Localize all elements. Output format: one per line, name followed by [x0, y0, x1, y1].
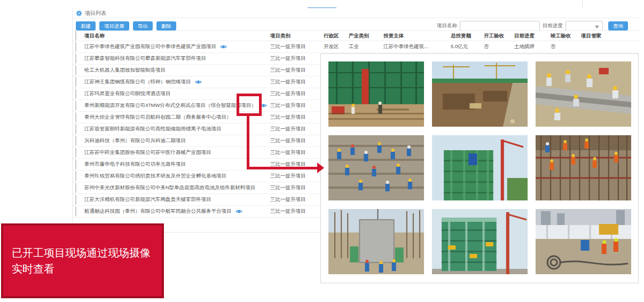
start-check-cell: 否 [484, 43, 514, 50]
view-camera-eye-icon[interactable] [195, 80, 202, 84]
site-photo-9[interactable] [536, 209, 631, 274]
row-checkbox[interactable] [75, 78, 84, 87]
progress-select[interactable] [566, 21, 603, 31]
row-checkbox[interactable] [75, 136, 84, 146]
gear-icon [76, 10, 82, 17]
col-header-manager: 项目管家 [581, 33, 639, 40]
category-cell: 三比一提升项目 [270, 43, 324, 50]
table-row: 江苏中泰绿色建筑产业园有限公司中泰绿色建筑产业园项目 三比一提升项目 开发区 工… [73, 41, 639, 53]
category-cell: 三比一提升项目 [270, 55, 324, 62]
category-cell: 三比一提升项目 [270, 173, 324, 180]
row-checkbox[interactable] [75, 160, 84, 169]
col-header-progress: 目前进度 [514, 33, 551, 40]
view-camera-eye-icon[interactable] [235, 209, 242, 214]
row-checkbox[interactable] [75, 125, 84, 134]
project-name-cell: 兴科迪科技（泰州）有限公司兴科迪二期项目 [84, 137, 270, 144]
select-all-checkbox[interactable] [75, 31, 84, 41]
view-camera-eye-icon[interactable] [220, 44, 227, 49]
progress-label: 目前进度 [543, 22, 563, 29]
progress-button[interactable]: 项目进展 [99, 21, 129, 30]
site-photo-8[interactable] [432, 209, 528, 274]
project-name-cell: 江苏攀森智能科技有限公司攀森新能源汽车零部件项目 [84, 55, 270, 62]
category-cell: 三比一提升项目 [270, 208, 324, 215]
row-checkbox[interactable] [75, 113, 84, 122]
col-header-start-check: 开工验收 [484, 33, 514, 40]
category-cell: 三比一提升项目 [270, 149, 324, 156]
category-cell: 三比一提升项目 [270, 137, 324, 144]
category-cell: 三比一提升项目 [270, 102, 324, 109]
row-checkbox[interactable] [75, 101, 84, 111]
district-cell: 开发区 [324, 43, 349, 50]
amount-cell: 5.0亿元 [451, 43, 484, 50]
table-header-row: 项目名称 项目类别 行政区 产业类别 投资主体 总投资额 开工验收 目前进度 竣… [73, 30, 639, 41]
toolbar: 新建 项目进展 导出 删除 [76, 21, 176, 30]
project-name-input[interactable] [460, 21, 540, 31]
create-button[interactable]: 新建 [76, 21, 96, 30]
category-cell: 三比一提升项目 [270, 114, 324, 121]
site-photo-1[interactable] [328, 61, 424, 127]
col-header-district: 行政区 [324, 33, 349, 40]
project-name-cell: 江苏大洋精机有限公司新能源汽车阀盘类关键零部件项目 [84, 196, 270, 203]
site-photo-2[interactable] [432, 61, 528, 127]
col-header-completion-check: 竣工验收 [551, 33, 581, 40]
category-cell: 三比一提升项目 [270, 67, 324, 74]
row-checkbox[interactable] [75, 148, 84, 158]
col-header-industry: 产业类别 [349, 33, 383, 40]
tab-edge-divider [582, 0, 583, 8]
col-header-amount: 总投资额 [451, 33, 484, 40]
row-checkbox[interactable] [75, 172, 84, 181]
row-checkbox[interactable] [75, 207, 84, 216]
row-checkbox[interactable] [75, 66, 84, 75]
header-divider [73, 18, 639, 18]
search-area: 项目名称 目前进度 查询 [437, 21, 628, 31]
category-cell: 三比一提升项目 [270, 196, 324, 203]
annotation-callout: 已开工项目现场通过现场摄像实时查看 [1, 223, 164, 298]
category-cell: 三比一提升项目 [270, 79, 324, 86]
project-name-cell: 苏州中来光伏新材股份有限公司中来N型单晶双面高效电池及组件新材料项目 [84, 184, 270, 191]
project-name-cell: 哈工大机器人集团致知智能制造项目 [84, 67, 270, 74]
row-checkbox[interactable] [75, 42, 84, 52]
annotation-arrow-head [317, 162, 324, 173]
site-photo-7[interactable] [328, 209, 424, 274]
col-header-name: 项目名称 [84, 33, 270, 40]
row-checkbox[interactable] [75, 195, 84, 205]
category-cell: 三比一提升项目 [270, 126, 324, 133]
annotation-arrow-vertical [247, 116, 249, 167]
completion-check-cell: 否 [551, 43, 581, 50]
row-checkbox[interactable] [75, 89, 84, 99]
row-checkbox[interactable] [75, 183, 84, 193]
site-camera-photo-panel [320, 53, 639, 283]
project-name-cell: 泰州市藤华电子科技有限公司功率元器件项目 [84, 161, 270, 168]
annotation-highlight-rect [237, 94, 262, 116]
col-header-investor: 投资主体 [383, 33, 451, 40]
project-name-label: 项目名称 [437, 22, 457, 29]
progress-cell: 土地摘牌 [514, 43, 551, 50]
panel-header: 项目列表 [76, 10, 106, 17]
page-title: 项目列表 [85, 10, 106, 17]
site-photo-3[interactable] [536, 61, 631, 127]
site-photo-6[interactable] [536, 135, 631, 200]
export-button[interactable]: 导出 [133, 21, 153, 30]
category-cell: 三比一提升项目 [270, 184, 324, 191]
investor-cell: 江苏中泰绿色建筑... [383, 43, 451, 50]
site-photo-4[interactable] [328, 135, 424, 200]
project-name-cell: 江苏神王集团钢缆有限公司（特种）钢丝绳项目 [84, 79, 270, 86]
category-cell: 三比一提升项目 [270, 90, 324, 97]
project-name-cell: 航通融达科技园（泰州）有限公司中航军民融合公共服务平台项目 [84, 208, 270, 215]
project-name-cell: 江苏双登富朗特新能源有限公司高性能储能用锂离子电池项目 [84, 126, 270, 133]
query-button[interactable]: 查询 [608, 21, 628, 30]
project-name-cell: 江苏中泰绿色建筑产业园有限公司中泰绿色建筑产业园项目 [84, 43, 270, 50]
col-header-category: 项目类别 [270, 33, 324, 40]
site-photo-5[interactable] [432, 135, 528, 200]
industry-cell: 工业 [349, 43, 383, 50]
row-checkbox[interactable] [75, 54, 84, 64]
project-name-cell: 江苏苏中药业集团股份有限公司苏中医疗器械产业园项目 [84, 149, 270, 156]
annotation-arrow-horizontal [247, 167, 317, 169]
project-name-cell: 泰州玖锐贸易有限公司绣织类技术研发及外贸企业孵化基地项目 [84, 173, 270, 180]
callout-text: 已开工项目现场通过现场摄像实时查看 [12, 245, 153, 277]
delete-button[interactable]: 删除 [156, 21, 176, 30]
